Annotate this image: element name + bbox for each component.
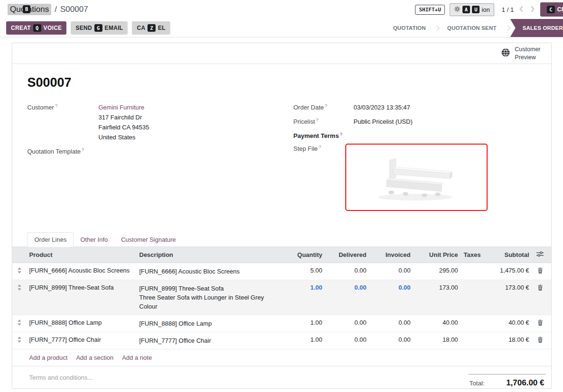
hotkey-badge-shift-u: SHIFT+U [415,5,444,15]
customer-field-value: Gemini Furniture 317 Fairchild Dr Fairfi… [99,102,270,142]
send-email-label-post: EMAIL [105,25,123,31]
column-header-product[interactable]: Product [27,251,137,258]
cell-product[interactable]: [FURN_6666] Acoustic Bloc Screens [27,263,137,278]
cell-invoiced[interactable]: 0.00 [369,280,414,295]
action-menu-button[interactable]: A U ion [450,3,494,16]
column-header-quantity[interactable]: Quantity [280,251,325,258]
cell-taxes[interactable] [461,280,484,288]
status-step-sales-order-active[interactable]: SALES ORDER [510,19,563,37]
sheet-top-strip: Customer Preview [12,43,551,64]
cell-description[interactable]: [FURN_6666] Acoustic Bloc Screens [137,263,280,280]
table-row[interactable]: [FURN_8888] Office Lamp [FURN_8888] Offi… [12,315,551,332]
cell-unit-price[interactable]: 40.00 [414,315,461,330]
column-header-invoiced[interactable]: Invoiced [369,251,414,258]
description-line: [FURN_8999] Three-Seat Sofa [139,284,277,293]
cell-description[interactable]: [FURN_7777] Office Chair [137,332,280,349]
hotkey-badge-g: G [94,24,102,32]
customer-preview-label: Customer Preview [515,46,540,62]
help-marker[interactable]: ? [319,144,321,149]
send-email-button[interactable]: SEND G EMAIL [71,21,128,35]
description-line: [FURN_6666] Acoustic Bloc Screens [139,267,277,276]
column-header-description[interactable]: Description [137,251,280,258]
pager-previous-button[interactable] [518,5,525,15]
drag-handle-icon[interactable] [12,315,27,331]
delete-row-icon[interactable] [532,315,548,331]
add-a-section-link[interactable]: Add a section [76,354,113,361]
cell-description[interactable]: [FURN_8999] Three-Seat Sofa Three Seater… [137,280,280,315]
step-file-label-text: Step File [294,146,318,153]
cell-subtotal: 173.00 € [484,280,532,295]
cell-delivered[interactable]: 0.00 [325,315,369,330]
cell-unit-price[interactable]: 18.00 [414,332,461,347]
cell-description[interactable]: [FURN_8888] Office Lamp [137,315,280,332]
cell-product[interactable]: [FURN_8999] Three-Seat Sofa [27,280,137,295]
column-header-unit-price[interactable]: Unit Price [414,251,461,258]
cell-quantity[interactable]: 5.00 [280,263,325,278]
cell-invoiced[interactable]: 0.00 [369,315,414,330]
drag-handle-icon[interactable] [12,263,27,279]
help-marker[interactable]: ? [82,147,84,152]
hotkey-badge-u: U [472,6,480,14]
table-row[interactable]: [FURN_8999] Three-Seat Sofa [FURN_8999] … [12,280,551,315]
cell-invoiced[interactable]: 0.00 [369,263,414,278]
help-marker[interactable]: ? [316,117,318,122]
column-header-delivered[interactable]: Delivered [325,251,369,258]
customer-address-line: Fairfield CA 94535 [99,122,270,132]
cell-taxes[interactable] [461,332,484,340]
terms-and-conditions-input[interactable]: Terms and conditions... [29,374,93,392]
create-button[interactable]: C CREATE [540,2,563,17]
cell-taxes[interactable] [461,263,484,271]
delete-row-icon[interactable] [532,263,548,279]
top-navigation-bar: Quotations B / S00007 SHIFT+U A U [0,0,563,19]
status-step-quotation-sent[interactable]: QUOTATION SENT [440,19,504,37]
cell-taxes[interactable] [461,315,484,323]
cell-unit-price[interactable]: 295.00 [414,263,461,278]
status-step-quotation[interactable]: QUOTATION [386,19,434,37]
cell-product[interactable]: [FURN_7777] Office Chair [27,332,137,347]
column-header-subtotal[interactable]: Subtotal [484,251,532,258]
cell-quantity[interactable]: 1.00 [280,280,325,295]
drag-handle-icon[interactable] [12,280,27,296]
sheet-footer: Terms and conditions... Total: 1,706.00 … [12,366,551,392]
cell-delivered[interactable]: 0.00 [325,332,369,347]
order-date-value[interactable]: 03/03/2023 13:35:47 [354,102,536,112]
delete-row-icon[interactable] [532,332,548,348]
pricelist-value[interactable]: Public Pricelist (USD) [354,117,536,127]
create-invoice-button[interactable]: CREAT Q VOICE [6,21,66,35]
fields-left-column: Customer? Gemini Furniture 317 Fairchild… [28,102,270,217]
step-file-image-highlighted[interactable] [345,144,488,211]
column-header-taxes[interactable]: Taxes [461,251,484,258]
topbar-right-controls: SHIFT+U A U ion 1 / 1 [415,2,563,17]
field-order-date: Order Date? 03/03/2023 13:35:47 [294,102,536,112]
delete-row-icon[interactable] [532,280,548,296]
tab-order-lines[interactable]: Order Lines [28,232,74,247]
cell-invoiced[interactable]: 0.00 [369,332,414,347]
create-invoice-label-post: VOICE [44,25,62,31]
cell-delivered[interactable]: 0.00 [325,263,369,278]
cell-unit-price[interactable]: 173.00 [414,280,461,295]
cell-product[interactable]: [FURN_8888] Office Lamp [27,315,137,330]
step-file-value [345,144,536,211]
customer-link[interactable]: Gemini Furniture [99,104,145,111]
cancel-button[interactable]: CA Z EL [132,21,170,35]
help-marker[interactable]: ? [325,103,327,108]
gear-icon [454,6,461,14]
cell-quantity[interactable]: 1.00 [280,332,325,347]
optional-columns-icon[interactable] [532,251,548,259]
pager-next-button[interactable] [529,5,535,15]
breadcrumb-quotations[interactable]: Quotations B [8,4,51,15]
table-row[interactable]: [FURN_6666] Acoustic Bloc Screens [FURN_… [12,263,551,280]
tab-other-info[interactable]: Other Info [74,233,114,246]
add-a-note-link[interactable]: Add a note [122,354,152,361]
description-line: Three Seater Sofa with Lounger in Steel … [139,293,277,302]
help-marker[interactable]: ? [55,103,57,108]
drag-handle-icon[interactable] [12,332,27,348]
add-a-product-link[interactable]: Add a product [29,354,68,361]
help-marker[interactable]: ? [340,131,342,137]
order-lines-table: Product Description Quantity Delivered I… [12,247,551,366]
table-row[interactable]: [FURN_7777] Office Chair [FURN_7777] Off… [12,332,551,349]
customer-preview-button[interactable]: Customer Preview [501,46,540,62]
tab-customer-signature[interactable]: Customer Signature [114,233,183,246]
cell-quantity[interactable]: 1.00 [280,315,325,330]
cell-delivered[interactable]: 0.00 [325,280,369,295]
